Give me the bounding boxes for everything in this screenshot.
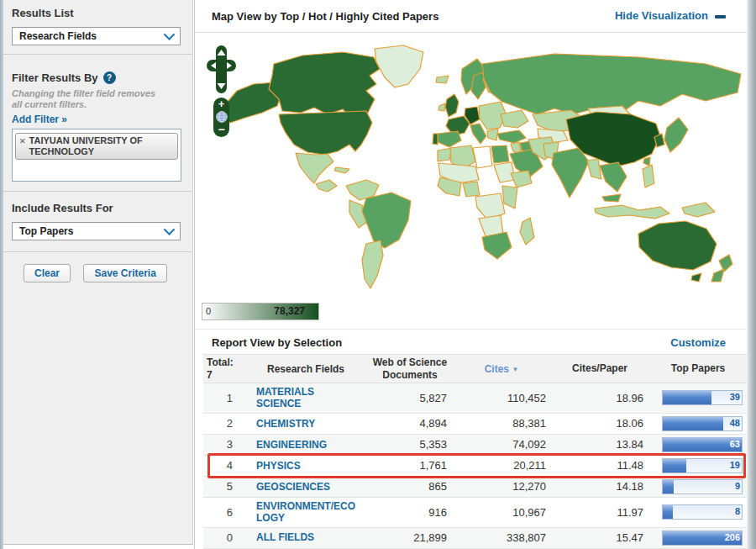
region-ethiopia[interactable] <box>511 171 532 187</box>
region-cuba[interactable] <box>334 167 349 173</box>
world-map[interactable] <box>202 35 748 296</box>
research-field-link[interactable]: PHYSICS <box>256 457 355 474</box>
region-australia[interactable] <box>638 221 717 270</box>
region-tasmania[interactable] <box>691 273 701 282</box>
region-philippines[interactable] <box>643 165 654 187</box>
row-top-papers-cell: 206 <box>648 531 748 546</box>
include-results-dropdown[interactable]: Top Papers <box>12 222 181 240</box>
clear-button[interactable]: Clear <box>24 264 71 282</box>
column-top-papers[interactable]: Top Papers <box>648 362 748 375</box>
top-papers-bar[interactable]: 8 <box>662 504 743 520</box>
row-cites: 12,270 <box>452 480 551 493</box>
row-rank: 1 <box>203 392 244 404</box>
globe-icon[interactable] <box>216 111 228 123</box>
region-malaysia[interactable] <box>602 194 621 202</box>
region-nigeria[interactable] <box>463 182 480 197</box>
column-cites-sorted[interactable]: Cites ▼ <box>452 363 551 375</box>
region-new-zealand[interactable] <box>711 269 724 282</box>
region-iceland[interactable] <box>436 76 449 83</box>
research-field-link[interactable]: ENGINEERING <box>256 436 355 453</box>
region-mexico[interactable] <box>296 153 333 183</box>
legend-min-value: 0 <box>206 306 211 316</box>
results-list-dropdown[interactable]: Research Fields <box>12 27 181 45</box>
row-cites: 88,381 <box>452 417 551 430</box>
top-papers-bar[interactable]: 9 <box>662 479 743 494</box>
remove-filter-icon[interactable]: ✕ <box>19 135 26 145</box>
row-field-cell: GEOSCIENCES <box>244 478 368 495</box>
region-new-zealand[interactable] <box>719 255 732 272</box>
zoom-out-button[interactable]: − <box>213 124 229 135</box>
region-greenland[interactable] <box>375 45 423 87</box>
region-indonesia[interactable] <box>595 205 669 219</box>
region-japan[interactable] <box>664 118 688 152</box>
region-taiwan[interactable] <box>643 157 650 166</box>
filter-tag[interactable]: ✕ TAIYUAN UNIVERSITY OF TECHNOLOGY <box>15 133 178 160</box>
region-argentina-chile[interactable] <box>362 240 383 288</box>
top-papers-bar[interactable]: 206 <box>662 531 743 546</box>
map-zoom-control[interactable]: + − <box>213 98 229 137</box>
filter-box: ✕ TAIYUAN UNIVERSITY OF TECHNOLOGY <box>12 129 181 182</box>
region-new-guinea[interactable] <box>682 203 715 217</box>
row-rank: 6 <box>203 506 244 519</box>
region-egypt[interactable] <box>491 145 509 163</box>
table-row: 1MATERIALS SCIENCE5,827110,45218.9639 <box>203 383 748 414</box>
customize-link[interactable]: Customize <box>670 336 726 349</box>
hide-visualization-link[interactable]: Hide Visualization <box>615 9 726 22</box>
region-balkans[interactable] <box>487 129 498 140</box>
region-ireland[interactable] <box>438 103 445 111</box>
region-india[interactable] <box>552 148 589 198</box>
region-morocco[interactable] <box>438 148 452 161</box>
results-list-label: Results List <box>12 7 182 19</box>
map-pan-control[interactable] <box>207 45 236 93</box>
top-papers-bar[interactable]: 63 <box>662 437 743 452</box>
column-cites-per-paper[interactable]: Cites/Paper <box>551 362 648 375</box>
region-east-africa[interactable] <box>502 186 517 209</box>
map-view-title: Map View by Top / Hot / Highly Cited Pap… <box>212 10 438 23</box>
region-spain[interactable] <box>438 131 461 147</box>
research-field-link[interactable]: ENVIRONMENT/ECOLOGY <box>256 498 355 527</box>
add-filter-link[interactable]: Add Filter » <box>12 113 67 125</box>
include-results-label: Include Results For <box>12 202 182 214</box>
region-italy[interactable] <box>470 124 486 144</box>
region-brazil[interactable] <box>362 193 411 248</box>
column-research-fields[interactable]: Research Fields <box>244 363 368 375</box>
top-papers-bar[interactable]: 19 <box>662 458 743 473</box>
region-south-africa[interactable] <box>482 232 512 259</box>
row-rank: 4 <box>203 459 244 472</box>
row-field-cell: ALL FIELDS <box>244 529 368 546</box>
region-usa[interactable] <box>279 111 372 155</box>
top-papers-bar-fill <box>663 417 723 430</box>
vertical-scrollbar[interactable] <box>747 0 756 549</box>
help-icon[interactable]: ? <box>103 71 116 84</box>
top-papers-bar[interactable]: 39 <box>662 390 743 405</box>
region-turkey[interactable] <box>497 130 526 143</box>
research-field-link[interactable]: MATERIALS SCIENCE <box>256 383 355 413</box>
region-canada[interactable] <box>269 52 380 116</box>
table-header-row: Total: 7 Research Fields Web of Science … <box>203 354 748 383</box>
region-uk[interactable] <box>445 94 459 117</box>
region-russia[interactable] <box>482 54 741 114</box>
region-sudan[interactable] <box>494 162 515 182</box>
zoom-in-button[interactable]: + <box>213 98 229 109</box>
region-portugal[interactable] <box>433 134 438 145</box>
region-central-america[interactable] <box>316 180 337 192</box>
row-field-cell: CHEMISTRY <box>244 415 368 432</box>
region-libya[interactable] <box>473 146 492 168</box>
top-papers-bar[interactable]: 48 <box>662 416 743 431</box>
region-madagascar[interactable] <box>520 218 534 245</box>
region-bangladesh-myanmar[interactable] <box>587 159 601 179</box>
research-field-link[interactable]: GEOSCIENCES <box>256 478 355 495</box>
column-wos-documents[interactable]: Web of Science Documents <box>368 356 452 382</box>
top-papers-bar-fill <box>663 480 674 494</box>
research-field-link[interactable]: ALL FIELDS <box>256 529 355 546</box>
row-field-cell: MATERIALS SCIENCE <box>244 383 368 413</box>
row-cites: 20,211 <box>452 459 551 472</box>
save-criteria-button[interactable]: Save Criteria <box>83 264 166 282</box>
region-southeast-asia[interactable] <box>600 162 627 192</box>
row-wos-documents: 865 <box>368 480 452 493</box>
research-field-link[interactable]: CHEMISTRY <box>256 415 355 432</box>
map-area: + − 0 78,327 <box>195 32 748 329</box>
minus-icon <box>715 15 726 18</box>
table-row: 6ENVIRONMENT/ECOLOGY91610,96711.978 <box>203 498 748 528</box>
report-view-header: Report View by Selection Customize <box>195 329 748 355</box>
